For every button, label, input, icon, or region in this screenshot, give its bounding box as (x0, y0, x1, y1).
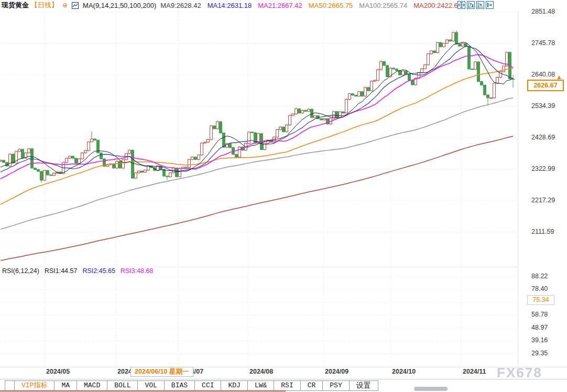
ma-values: MA9:2628.42MA14:2631.18MA21:2667.42MA50:… (160, 2, 462, 9)
ma-value-4: MA100:2565.74 (359, 2, 407, 9)
rsi-crosshair-badge: 75.34 (527, 295, 554, 305)
tab-MACD[interactable]: MACD (77, 380, 107, 391)
rsi-value-0: RSI1:44.57 (45, 267, 78, 275)
tab-KDJ[interactable]: KDJ (221, 380, 247, 391)
pan-tool-icon[interactable] (457, 1, 465, 9)
toolbar-underline (0, 390, 286, 391)
tab-BIAS[interactable]: BIAS (164, 380, 195, 391)
tab-CCI[interactable]: CCI (194, 380, 221, 391)
chart-type-icon[interactable] (72, 2, 79, 9)
ma-value-2: MA21:2667.42 (258, 2, 302, 9)
timeframe-selector[interactable]: 【日线】 (31, 1, 58, 10)
rsi-value-2: RSI3:48.68 (121, 267, 154, 275)
rsi-tick-label: 48.97 (531, 324, 548, 331)
rsi-settings-label[interactable]: RSI(6,12,24) (2, 267, 39, 275)
indicator-toolbar: VIP指标MAMACDBOLLVOLBIASCCIKDJLW&RSICRPSY设… (0, 379, 567, 391)
ma-value-0: MA9:2628.42 (160, 2, 201, 9)
symbol-name[interactable]: 现货黄金 (2, 1, 29, 10)
last-price-badge: 2626.67 (527, 80, 564, 91)
price-tick-label: 2851.48 (531, 8, 555, 15)
price-tick-label: 2640.08 (531, 71, 555, 78)
month-label: 2024/10 (392, 368, 416, 375)
rsi-values: RSI1:44.57RSI2:45.65RSI3:48.68 (45, 267, 154, 275)
fit-vertical-axis-icon[interactable] (467, 1, 475, 9)
price-tick-label: 2322.99 (531, 165, 555, 172)
tab-RSI[interactable]: RSI (274, 380, 300, 391)
month-label: 2024/09 (325, 368, 348, 375)
tab-设置[interactable]: 设置 (349, 380, 378, 391)
month-label: 2024/08 (249, 368, 273, 375)
collapse-toolbar-button[interactable] (5, 380, 15, 391)
tab-VOL[interactable]: VOL (137, 380, 164, 391)
circle-plus-icon[interactable]: ⊕ (62, 2, 68, 8)
rsi-tick-label: 58.78 (531, 311, 548, 318)
price-tick-label: 2428.69 (531, 134, 555, 141)
price-tick-label: 2534.39 (531, 102, 555, 110)
rsi-tick-label: 88.22 (531, 273, 548, 280)
rsi-header: RSI(6,12,24) RSI1:44.57RSI2:45.65RSI3:48… (2, 267, 154, 275)
ma-value-5: MA200:2422.67 (413, 2, 462, 9)
crosshair-date-badge: 2024/06/10 星期一 (130, 367, 193, 377)
tab-CR[interactable]: CR (300, 380, 323, 391)
rsi-value-1: RSI2:45.65 (82, 267, 115, 275)
ma-settings-label[interactable]: MA(9,14,21,50,100,200) (83, 2, 156, 9)
fit-horizontal-axis-icon[interactable] (476, 1, 484, 9)
ma-value-1: MA14:2631.18 (208, 2, 252, 9)
rsi-tick-label: 78.40 (531, 285, 548, 292)
tab-PSY[interactable]: PSY (322, 380, 349, 391)
chart-header: 现货黄金 【日线】 ⊕ MA(9,14,21,50,100,200) MA9:2… (2, 1, 462, 10)
trading-app-window: 现货黄金 【日线】 ⊕ MA(9,14,21,50,100,200) MA9:2… (0, 0, 567, 392)
price-tick-label: 2217.29 (531, 197, 555, 204)
collapse-right-panel-icon[interactable] (486, 1, 494, 9)
tab-BOLL[interactable]: BOLL (107, 380, 138, 391)
price-tick-label: 2745.78 (531, 39, 555, 47)
price-chart-canvas[interactable] (0, 0, 519, 392)
tab-MA[interactable]: MA (54, 380, 77, 391)
ma-value-3: MA50:2665.75 (309, 2, 353, 9)
tab-LW&[interactable]: LW& (247, 380, 274, 391)
month-label: 2024/05 (46, 368, 70, 375)
indicator-tabs: VIP指标MAMACDBOLLVOLBIASCCIKDJLW&RSICRPSY设… (15, 380, 378, 391)
month-label: 2024/11 (463, 368, 486, 375)
price-tick-label: 2111.59 (531, 228, 554, 235)
tab-VIP指标[interactable]: VIP指标 (14, 380, 54, 391)
h-scrollbar-thumb[interactable] (414, 387, 448, 391)
rsi-tick-label: 29.35 (531, 350, 548, 357)
chart-tool-buttons (457, 1, 494, 9)
rsi-tick-label: 39.16 (531, 336, 548, 344)
